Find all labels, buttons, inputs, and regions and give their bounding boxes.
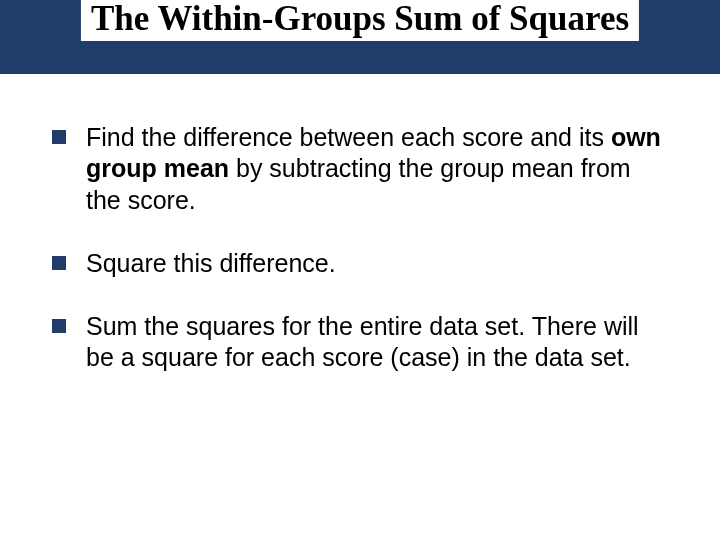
bullet-icon [52,319,66,333]
bullet-icon [52,256,66,270]
bullet-text: Square this difference. [86,248,672,279]
bullet-text: Sum the squares for the entire data set.… [86,311,672,374]
slide-title: The Within-Groups Sum of Squares [81,0,639,41]
list-item: Sum the squares for the entire data set.… [48,311,672,374]
title-bar: The Within-Groups Sum of Squares [0,0,720,74]
bullet-list: Find the difference between each score a… [48,122,672,374]
list-item: Square this difference. [48,248,672,279]
bullet-icon [52,130,66,144]
list-item: Find the difference between each score a… [48,122,672,216]
bullet-text: Find the difference between each score a… [86,122,672,216]
slide-content: Find the difference between each score a… [0,74,720,374]
